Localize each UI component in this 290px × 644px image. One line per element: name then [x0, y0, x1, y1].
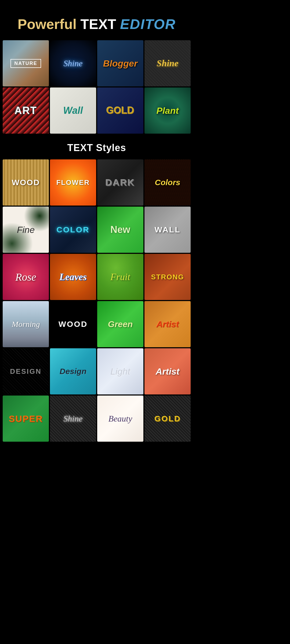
tile-color[interactable]: COLOR — [50, 207, 96, 253]
tile-morning[interactable]: Morning — [3, 301, 49, 347]
tile-leaves-label: Leaves — [59, 271, 87, 283]
tile-design1[interactable]: DESIGN — [3, 348, 49, 394]
tile-wall2-label: WALL — [155, 225, 181, 234]
tile-gold1-label: GOLD — [106, 105, 134, 116]
tile-gold2-label: GOLD — [154, 414, 181, 423]
tile-gold1[interactable]: GOLD — [97, 87, 143, 134]
tile-dark-label: DARK — [106, 177, 135, 188]
tile-beauty[interactable]: Beauty — [97, 396, 143, 442]
tile-new[interactable]: New — [97, 207, 143, 253]
tile-wall1[interactable]: Wall — [50, 87, 96, 134]
tile-nature[interactable]: NATURE — [3, 40, 49, 86]
tile-design1-label: DESIGN — [10, 367, 42, 376]
tile-new-label: New — [110, 224, 130, 235]
tile-shine1[interactable]: Shine — [50, 40, 96, 86]
tile-gold2[interactable]: GOLD — [144, 396, 191, 442]
tile-shine1-label: Shine — [63, 58, 82, 68]
tile-shine3-label: Shine — [63, 414, 82, 424]
tile-shine2[interactable]: Shine — [144, 40, 191, 86]
tile-rose-label: Rose — [15, 271, 36, 283]
tile-plant-label: Plant — [156, 105, 179, 116]
tile-plant[interactable]: Plant — [144, 87, 191, 134]
tile-green[interactable]: Green — [97, 301, 143, 347]
tile-artist1[interactable]: Artist — [144, 301, 191, 347]
tile-artist2-label: Artist — [156, 366, 180, 377]
tile-blogger-label: Blogger — [103, 58, 137, 69]
tile-fruit-label: Fruit — [110, 271, 130, 283]
title-part3: EDITOR — [120, 16, 176, 32]
tile-colors[interactable]: Colors — [144, 159, 191, 206]
title-part2: TEXT — [81, 16, 120, 32]
tile-wall2[interactable]: WALL — [144, 207, 191, 253]
tile-morning-label: Morning — [12, 320, 40, 329]
tile-artist1-label: Artist — [156, 319, 179, 329]
tile-beauty-label: Beauty — [108, 414, 132, 424]
tile-rose[interactable]: Rose — [3, 254, 49, 300]
tile-color-label: COLOR — [56, 225, 89, 234]
tile-super[interactable]: SUPER — [3, 396, 49, 442]
tile-flower-label: FLOWER — [56, 178, 90, 187]
tile-light-label: Light — [110, 366, 130, 377]
tile-wood1-label: WOOD — [12, 178, 40, 187]
tile-dark[interactable]: DARK — [97, 159, 143, 206]
tile-shine3[interactable]: Shine — [50, 396, 96, 442]
tile-shine2-label: Shine — [157, 58, 178, 68]
tile-fruit[interactable]: Fruit — [97, 254, 143, 300]
tile-light[interactable]: Light — [97, 348, 143, 394]
tile-grid-2: WOOD FLOWER DARK Colors Fine COLOR New W… — [0, 159, 193, 444]
tile-colors-label: Colors — [155, 178, 180, 187]
tile-design2-label: Design — [60, 367, 86, 376]
tile-leaves[interactable]: Leaves — [50, 254, 96, 300]
tile-fine-label: Fine — [17, 225, 35, 235]
tile-green-label: Green — [108, 319, 133, 329]
tile-wood2-label: WOOD — [59, 320, 88, 329]
tile-fine[interactable]: Fine — [3, 207, 49, 253]
title-part1: Powerful — [18, 16, 81, 32]
tile-super-label: SUPER — [9, 414, 43, 424]
tile-art[interactable]: ART — [3, 87, 49, 134]
app-header: Powerful TEXT EDITOR — [0, 0, 193, 40]
tile-nature-label: NATURE — [10, 59, 41, 68]
text-styles-banner: TEXT Styles — [0, 136, 193, 159]
page-title: Powerful TEXT EDITOR — [5, 16, 188, 32]
tile-wall1-label: Wall — [63, 105, 83, 116]
tile-artist2[interactable]: Artist — [144, 348, 191, 394]
tile-blogger[interactable]: Blogger — [97, 40, 143, 86]
banner-text: TEXT Styles — [67, 142, 126, 153]
tile-design2[interactable]: Design — [50, 348, 96, 394]
tile-strong-label: STRONG — [151, 273, 184, 281]
tile-art-label: ART — [15, 105, 37, 116]
tile-wood2[interactable]: WOOD — [50, 301, 96, 347]
tile-wood1[interactable]: WOOD — [3, 159, 49, 206]
tile-grid: NATURE Shine Blogger Shine ART Wall GOLD… — [0, 40, 193, 136]
tile-flower[interactable]: FLOWER — [50, 159, 96, 206]
tile-strong[interactable]: STRONG — [144, 254, 191, 300]
